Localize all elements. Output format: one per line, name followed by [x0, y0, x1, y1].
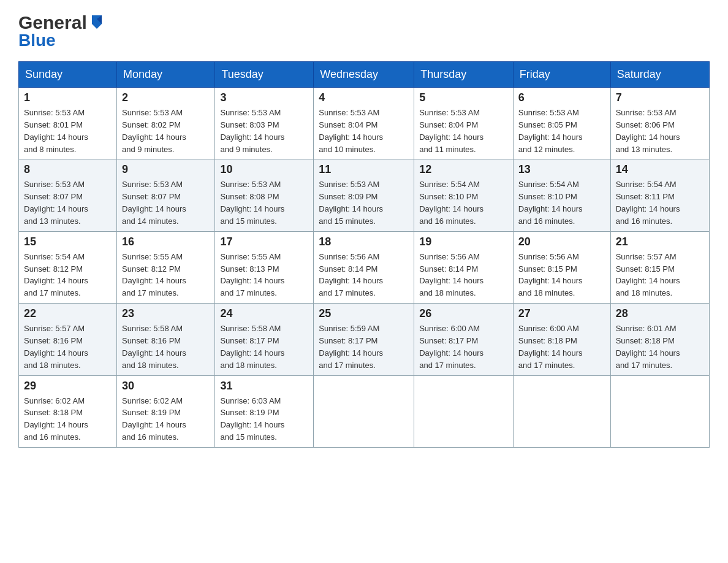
day-info: Sunrise: 5:59 AMSunset: 8:17 PMDaylight:…: [319, 324, 383, 370]
day-header-wednesday: Wednesday: [314, 62, 414, 88]
calendar-cell: 25 Sunrise: 5:59 AMSunset: 8:17 PMDaylig…: [314, 304, 414, 375]
day-number: 17: [220, 236, 308, 248]
day-info: Sunrise: 5:53 AMSunset: 8:08 PMDaylight:…: [220, 180, 284, 226]
day-info: Sunrise: 5:55 AMSunset: 8:13 PMDaylight:…: [220, 252, 284, 298]
day-info: Sunrise: 5:53 AMSunset: 8:06 PMDaylight:…: [616, 108, 680, 154]
calendar-cell: 3 Sunrise: 5:53 AMSunset: 8:03 PMDayligh…: [215, 88, 314, 159]
calendar-cell: 17 Sunrise: 5:55 AMSunset: 8:13 PMDaylig…: [215, 231, 314, 303]
day-info: Sunrise: 6:00 AMSunset: 8:17 PMDaylight:…: [419, 324, 483, 370]
day-number: 12: [419, 163, 508, 176]
day-info: Sunrise: 6:03 AMSunset: 8:19 PMDaylight:…: [220, 396, 284, 442]
calendar-cell: 27 Sunrise: 6:00 AMSunset: 8:18 PMDaylig…: [513, 304, 610, 375]
calendar-cell: 24 Sunrise: 5:58 AMSunset: 8:17 PMDaylig…: [215, 304, 314, 375]
day-number: 23: [122, 307, 210, 320]
day-number: 18: [319, 236, 409, 248]
day-number: 24: [220, 307, 308, 320]
week-row-3: 15 Sunrise: 5:54 AMSunset: 8:12 PMDaylig…: [19, 231, 710, 303]
day-header-monday: Monday: [117, 62, 215, 88]
calendar-cell: 18 Sunrise: 5:56 AMSunset: 8:14 PMDaylig…: [314, 231, 414, 303]
day-number: 29: [24, 380, 112, 393]
logo: General Blue: [18, 12, 105, 50]
day-number: 13: [518, 163, 605, 176]
day-info: Sunrise: 5:56 AMSunset: 8:14 PMDaylight:…: [319, 252, 383, 298]
day-number: 4: [319, 91, 409, 104]
day-number: 15: [24, 236, 112, 248]
calendar-cell: 26 Sunrise: 6:00 AMSunset: 8:17 PMDaylig…: [414, 304, 514, 375]
day-number: 6: [518, 91, 605, 104]
calendar-cell: 2 Sunrise: 5:53 AMSunset: 8:02 PMDayligh…: [117, 88, 215, 159]
calendar-cell: [610, 375, 709, 447]
calendar-cell: 9 Sunrise: 5:53 AMSunset: 8:07 PMDayligh…: [117, 159, 215, 231]
calendar-cell: 12 Sunrise: 5:54 AMSunset: 8:10 PMDaylig…: [414, 159, 514, 231]
calendar-cell: 5 Sunrise: 5:53 AMSunset: 8:04 PMDayligh…: [414, 88, 514, 159]
calendar-cell: [314, 375, 414, 447]
day-number: 25: [319, 307, 409, 320]
day-info: Sunrise: 6:02 AMSunset: 8:19 PMDaylight:…: [122, 396, 186, 442]
day-number: 10: [220, 163, 308, 176]
day-info: Sunrise: 5:53 AMSunset: 8:09 PMDaylight:…: [319, 180, 383, 226]
day-info: Sunrise: 5:56 AMSunset: 8:15 PMDaylight:…: [518, 252, 583, 298]
day-number: 8: [24, 163, 112, 176]
calendar-cell: [513, 375, 610, 447]
day-number: 9: [122, 163, 210, 176]
week-row-4: 22 Sunrise: 5:57 AMSunset: 8:16 PMDaylig…: [19, 304, 710, 375]
logo-general: General: [18, 12, 87, 33]
day-info: Sunrise: 5:57 AMSunset: 8:16 PMDaylight:…: [24, 324, 88, 370]
calendar-cell: 21 Sunrise: 5:57 AMSunset: 8:15 PMDaylig…: [610, 231, 709, 303]
day-number: 22: [24, 307, 112, 320]
calendar-cell: 11 Sunrise: 5:53 AMSunset: 8:09 PMDaylig…: [314, 159, 414, 231]
calendar-cell: 7 Sunrise: 5:53 AMSunset: 8:06 PMDayligh…: [610, 88, 709, 159]
day-info: Sunrise: 5:57 AMSunset: 8:15 PMDaylight:…: [616, 252, 680, 298]
calendar-cell: 8 Sunrise: 5:53 AMSunset: 8:07 PMDayligh…: [19, 159, 117, 231]
day-header-sunday: Sunday: [19, 62, 117, 88]
day-info: Sunrise: 5:58 AMSunset: 8:16 PMDaylight:…: [122, 324, 186, 370]
day-info: Sunrise: 5:54 AMSunset: 8:10 PMDaylight:…: [419, 180, 483, 226]
day-number: 28: [616, 307, 704, 320]
day-info: Sunrise: 5:56 AMSunset: 8:14 PMDaylight:…: [419, 252, 483, 298]
day-number: 31: [220, 380, 308, 393]
calendar-cell: 22 Sunrise: 5:57 AMSunset: 8:16 PMDaylig…: [19, 304, 117, 375]
day-info: Sunrise: 6:00 AMSunset: 8:18 PMDaylight:…: [518, 324, 583, 370]
calendar-cell: 20 Sunrise: 5:56 AMSunset: 8:15 PMDaylig…: [513, 231, 610, 303]
day-info: Sunrise: 5:53 AMSunset: 8:07 PMDaylight:…: [122, 180, 186, 226]
day-info: Sunrise: 5:53 AMSunset: 8:03 PMDaylight:…: [220, 108, 284, 154]
day-number: 27: [518, 307, 605, 320]
day-header-tuesday: Tuesday: [215, 62, 314, 88]
week-row-2: 8 Sunrise: 5:53 AMSunset: 8:07 PMDayligh…: [19, 159, 710, 231]
day-info: Sunrise: 5:53 AMSunset: 8:05 PMDaylight:…: [518, 108, 583, 154]
logo-arrow-icon: [88, 13, 105, 30]
calendar-cell: 6 Sunrise: 5:53 AMSunset: 8:05 PMDayligh…: [513, 88, 610, 159]
calendar-cell: 14 Sunrise: 5:54 AMSunset: 8:11 PMDaylig…: [610, 159, 709, 231]
day-number: 5: [419, 91, 508, 104]
calendar-cell: 4 Sunrise: 5:53 AMSunset: 8:04 PMDayligh…: [314, 88, 414, 159]
calendar-cell: 15 Sunrise: 5:54 AMSunset: 8:12 PMDaylig…: [19, 231, 117, 303]
day-number: 16: [122, 236, 210, 248]
day-number: 2: [122, 91, 210, 104]
day-info: Sunrise: 5:54 AMSunset: 8:10 PMDaylight:…: [518, 180, 583, 226]
calendar-cell: 19 Sunrise: 5:56 AMSunset: 8:14 PMDaylig…: [414, 231, 514, 303]
day-info: Sunrise: 5:53 AMSunset: 8:01 PMDaylight:…: [24, 108, 88, 154]
day-info: Sunrise: 5:53 AMSunset: 8:07 PMDaylight:…: [24, 180, 88, 226]
calendar-table: SundayMondayTuesdayWednesdayThursdayFrid…: [18, 61, 710, 448]
day-info: Sunrise: 6:01 AMSunset: 8:18 PMDaylight:…: [616, 324, 680, 370]
day-number: 26: [419, 307, 508, 320]
day-header-saturday: Saturday: [610, 62, 709, 88]
calendar-cell: 16 Sunrise: 5:55 AMSunset: 8:12 PMDaylig…: [117, 231, 215, 303]
day-number: 19: [419, 236, 508, 248]
day-number: 14: [616, 163, 704, 176]
calendar-header-row: SundayMondayTuesdayWednesdayThursdayFrid…: [19, 62, 710, 88]
day-info: Sunrise: 5:53 AMSunset: 8:04 PMDaylight:…: [419, 108, 483, 154]
calendar-cell: [414, 375, 514, 447]
day-info: Sunrise: 5:54 AMSunset: 8:11 PMDaylight:…: [616, 180, 680, 226]
day-header-friday: Friday: [513, 62, 610, 88]
day-info: Sunrise: 5:58 AMSunset: 8:17 PMDaylight:…: [220, 324, 284, 370]
day-number: 21: [616, 236, 704, 248]
day-number: 20: [518, 236, 605, 248]
logo-blue: Blue: [18, 31, 56, 50]
calendar-cell: 31 Sunrise: 6:03 AMSunset: 8:19 PMDaylig…: [215, 375, 314, 447]
calendar-cell: 1 Sunrise: 5:53 AMSunset: 8:01 PMDayligh…: [19, 88, 117, 159]
day-info: Sunrise: 5:53 AMSunset: 8:04 PMDaylight:…: [319, 108, 383, 154]
day-number: 11: [319, 163, 409, 176]
week-row-5: 29 Sunrise: 6:02 AMSunset: 8:18 PMDaylig…: [19, 375, 710, 447]
page-header: General Blue: [18, 12, 710, 50]
